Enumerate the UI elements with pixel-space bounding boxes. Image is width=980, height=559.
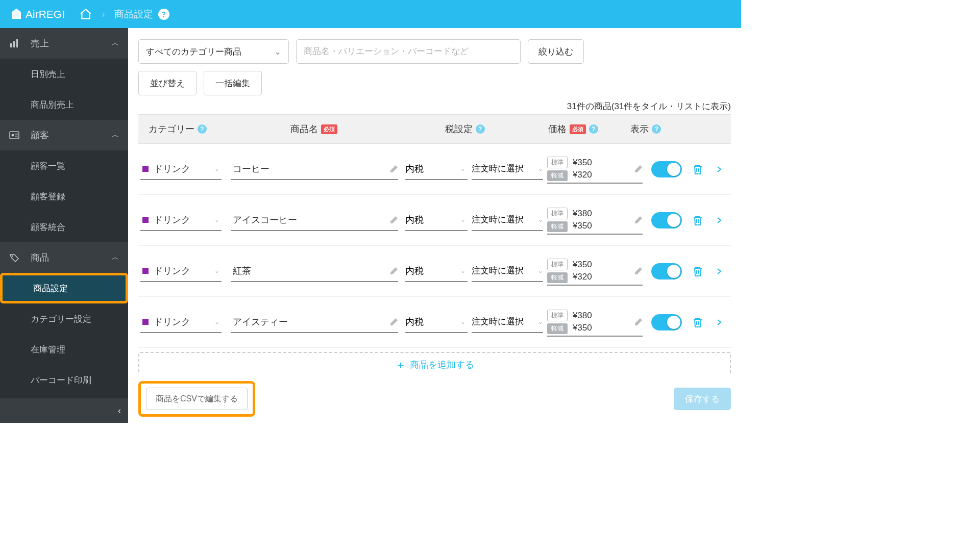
sidebar-item-customer-merge[interactable]: 顧客統合 (0, 212, 128, 242)
logo[interactable]: AirREGI (10, 8, 65, 20)
order-selection-select[interactable]: 注文時に選択 ⌄ (472, 210, 543, 231)
pencil-icon (634, 165, 643, 173)
svg-rect-1 (13, 41, 15, 47)
trash-icon[interactable] (692, 316, 704, 328)
expand-row-button[interactable] (716, 319, 723, 326)
category-select[interactable]: ドリンク ⌄ (140, 159, 222, 180)
pencil-icon (634, 267, 643, 275)
sidebar-item-barcode-print[interactable]: バーコード印刷 (0, 365, 128, 395)
csv-edit-button[interactable]: 商品をCSVで編集する (146, 388, 248, 410)
reduced-tax-tag: 軽減 (547, 272, 568, 283)
chevron-down-icon: ⌄ (460, 318, 465, 325)
price-standard: ¥350 (573, 158, 592, 168)
plus-icon: ＋ (396, 358, 406, 372)
help-icon[interactable]: ? (589, 124, 598, 134)
chevron-down-icon: ⌄ (214, 165, 219, 172)
sidebar-item-category-settings[interactable]: カテゴリー設定 (0, 303, 128, 334)
price-input[interactable]: 標準 軽減 ¥350 ¥320 (547, 155, 643, 184)
help-icon[interactable]: ? (198, 124, 207, 134)
expand-row-button[interactable] (716, 166, 723, 173)
sidebar-item-customer-list[interactable]: 顧客一覧 (0, 150, 128, 181)
product-name-input[interactable]: アイスティー (231, 312, 398, 333)
trash-icon[interactable] (692, 265, 704, 277)
pencil-icon (390, 267, 398, 275)
price-input[interactable]: 標準 軽減 ¥350 ¥320 (547, 257, 643, 286)
category-select[interactable]: ドリンク ⌄ (140, 210, 222, 231)
order-selection-select[interactable]: 注文時に選択 ⌄ (472, 312, 543, 333)
chevron-down-icon: ⌄ (538, 267, 543, 274)
category-color-icon (142, 319, 149, 325)
product-name-input[interactable]: コーヒー (231, 159, 398, 180)
col-category-label: カテゴリー (149, 123, 194, 135)
standard-tax-tag: 標準 (547, 157, 568, 168)
sidebar: 売上 ︿ 日別売上 商品別売上 顧客 ︿ 顧客一覧 顧客登録 顧客統合 商品 ︿… (0, 28, 128, 423)
help-icon[interactable]: ? (476, 124, 485, 134)
save-button[interactable]: 保存する (674, 388, 731, 410)
chevron-down-icon: ⌄ (214, 216, 219, 223)
breadcrumb-text: 商品設定 (114, 8, 153, 21)
sidebar-section-customers[interactable]: 顧客 ︿ (0, 120, 128, 150)
sidebar-collapse[interactable]: ‹‹ (0, 398, 128, 423)
svg-rect-2 (16, 39, 18, 47)
svg-rect-3 (10, 132, 19, 139)
search-input[interactable] (296, 39, 521, 64)
table-header: カテゴリー ? 商品名 必須 税設定 ? 価格 必須 ? 表示 ? (138, 114, 731, 144)
tax-select[interactable]: 内税 ⌄ (405, 159, 468, 180)
trash-icon[interactable] (692, 214, 704, 226)
price-input[interactable]: 標準 軽減 ¥380 ¥350 (547, 206, 643, 235)
sidebar-item-inventory[interactable]: 在庫管理 (0, 334, 128, 365)
chevron-down-icon: ⌄ (214, 318, 219, 325)
standard-tax-tag: 標準 (547, 259, 568, 270)
tax-select[interactable]: 内税 ⌄ (405, 312, 468, 333)
pencil-icon (634, 216, 643, 224)
svg-rect-0 (10, 43, 12, 47)
standard-tax-tag: 標準 (547, 208, 568, 219)
required-badge: 必須 (321, 124, 337, 134)
svg-point-7 (12, 256, 13, 257)
category-filter-select[interactable]: すべてのカテゴリー商品 ⌄ (138, 39, 289, 64)
sidebar-item-product-sales[interactable]: 商品別売上 (0, 89, 128, 120)
sidebar-item-customer-register[interactable]: 顧客登録 (0, 181, 128, 212)
help-icon[interactable]: ? (652, 124, 661, 134)
display-toggle[interactable] (651, 212, 682, 228)
price-reduced: ¥350 (573, 323, 592, 333)
sidebar-item-product-settings[interactable]: 商品設定 (0, 273, 128, 303)
chevron-down-icon: ⌄ (460, 165, 465, 172)
standard-tax-tag: 標準 (547, 310, 568, 321)
price-reduced: ¥350 (573, 221, 592, 231)
sidebar-section-sales[interactable]: 売上 ︿ (0, 28, 128, 59)
price-reduced: ¥320 (573, 170, 592, 180)
expand-row-button[interactable] (716, 268, 723, 275)
sidebar-section-products[interactable]: 商品 ︿ (0, 242, 128, 273)
product-name-input[interactable]: アイスコーヒー (231, 210, 398, 231)
result-count: 31件の商品(31件をタイル・リストに表示) (138, 100, 731, 112)
pencil-icon (390, 318, 398, 326)
home-icon[interactable] (79, 8, 92, 21)
filter-button[interactable]: 絞り込む (528, 39, 584, 64)
order-selection-select[interactable]: 注文時に選択 ⌄ (472, 159, 543, 180)
product-name-input[interactable]: 紅茶 (231, 261, 398, 282)
help-icon[interactable]: ? (158, 9, 169, 20)
tax-select[interactable]: 内税 ⌄ (405, 261, 468, 282)
chevron-up-icon: ︿ (112, 131, 119, 140)
add-product-button[interactable]: ＋ 商品を追加する (138, 352, 731, 377)
sort-button[interactable]: 並び替え (138, 71, 197, 95)
svg-point-4 (12, 134, 14, 137)
logo-icon (10, 8, 22, 20)
reduced-tax-tag: 軽減 (547, 221, 568, 232)
table-row: ドリンク ⌄ コーヒー 内税 ⌄ 注文時に選択 ⌄ 標準 軽減 ¥350 ¥32… (138, 144, 731, 195)
display-toggle[interactable] (651, 263, 682, 280)
category-select[interactable]: ドリンク ⌄ (140, 261, 222, 282)
bulk-edit-button[interactable]: 一括編集 (204, 71, 262, 95)
display-toggle[interactable] (651, 161, 682, 177)
display-toggle[interactable] (651, 314, 682, 331)
category-select[interactable]: ドリンク ⌄ (140, 312, 222, 333)
sidebar-item-daily-sales[interactable]: 日別売上 (0, 59, 128, 89)
tax-select[interactable]: 内税 ⌄ (405, 210, 468, 231)
expand-row-button[interactable] (716, 217, 723, 224)
price-input[interactable]: 標準 軽減 ¥380 ¥350 (547, 308, 643, 337)
chevron-down-icon: ⌄ (460, 216, 465, 223)
table-row: ドリンク ⌄ 紅茶 内税 ⌄ 注文時に選択 ⌄ 標準 軽減 ¥350 ¥320 (138, 246, 731, 297)
trash-icon[interactable] (692, 163, 704, 175)
order-selection-select[interactable]: 注文時に選択 ⌄ (472, 261, 543, 282)
